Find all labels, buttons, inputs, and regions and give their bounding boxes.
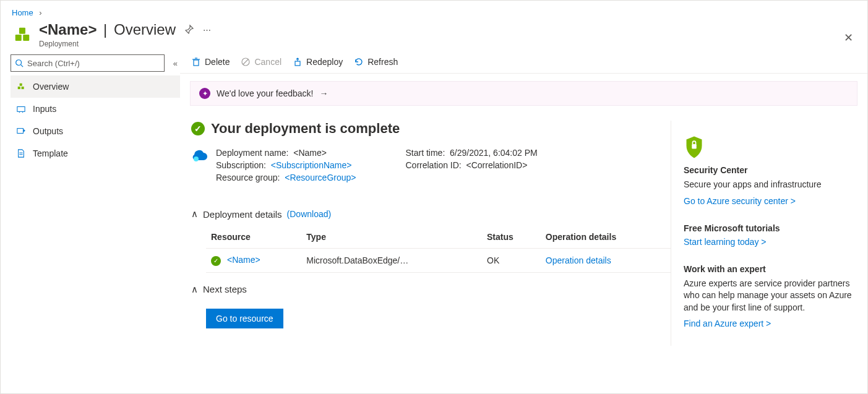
sidebar-item-outputs[interactable]: Outputs	[11, 120, 180, 142]
deployment-name-value: <Name>	[293, 148, 327, 158]
arrow-right-icon: →	[320, 88, 329, 98]
download-link[interactable]: (Download)	[287, 209, 332, 219]
svg-rect-7	[20, 84, 22, 86]
success-icon: ✓	[211, 256, 221, 266]
col-resource: Resource	[206, 226, 301, 249]
redeploy-button[interactable]: Redeploy	[293, 57, 343, 67]
expert-title: Work with an expert	[684, 264, 856, 274]
subscription-label: Subscription:	[216, 160, 266, 170]
breadcrumb: Home ›	[1, 1, 867, 21]
correlation-id-label: Correlation ID:	[405, 160, 461, 170]
resource-group-label: Resource group:	[216, 173, 280, 182]
type-value: Microsoft.DataBoxEdge/…	[301, 249, 482, 273]
svg-rect-0	[15, 35, 22, 41]
refresh-button[interactable]: Refresh	[354, 57, 398, 67]
resource-icon	[12, 24, 33, 45]
cloud-icon	[191, 149, 208, 197]
inputs-icon	[17, 105, 27, 113]
more-icon[interactable]: ⋯	[203, 25, 211, 35]
sidebar-item-inputs[interactable]: Inputs	[11, 98, 180, 120]
deployment-details-table: Resource Type Status Operation details ✓…	[206, 226, 671, 273]
delete-button[interactable]: Delete	[191, 57, 230, 67]
start-time-label: Start time:	[405, 148, 445, 158]
deployment-name-label: Deployment name:	[216, 148, 289, 158]
breadcrumb-home[interactable]: Home	[12, 8, 33, 17]
expert-text: Azure experts are service provider partn…	[684, 278, 856, 314]
page-header: <Name> | Overview ⋯ Deployment	[1, 21, 867, 51]
outputs-icon	[17, 127, 27, 135]
col-status: Status	[482, 226, 541, 249]
resource-group-link[interactable]: <ResourceGroup>	[285, 173, 356, 182]
expert-link[interactable]: Find an Azure expert >	[684, 319, 856, 328]
correlation-id-value: <CorrelationID>	[466, 160, 528, 170]
svg-point-3	[16, 60, 22, 66]
security-center-text: Secure your apps and infrastructure	[684, 179, 856, 191]
tutorials-title: Free Microsoft tutorials	[684, 223, 856, 233]
sidebar-item-label: Template	[33, 148, 68, 158]
security-center-link[interactable]: Go to Azure security center >	[684, 196, 856, 206]
sidebar-item-template[interactable]: Template	[11, 142, 180, 165]
deployment-details-header[interactable]: ∧ Deployment details (Download)	[191, 208, 671, 220]
chevron-right-icon: ›	[39, 8, 41, 17]
table-row: ✓<Name> Microsoft.DataBoxEdge/… OK Opera…	[206, 249, 671, 273]
start-time-value: 6/29/2021, 6:04:02 PM	[450, 148, 538, 158]
col-op: Operation details	[541, 226, 671, 249]
svg-rect-6	[22, 87, 24, 89]
svg-rect-19	[295, 61, 300, 66]
status-title: ✓ Your deployment is complete	[191, 121, 671, 137]
overview-icon	[17, 82, 27, 91]
next-steps-header[interactable]: ∧ Next steps	[191, 284, 671, 295]
svg-line-4	[21, 65, 24, 67]
svg-rect-11	[17, 129, 24, 134]
svg-line-18	[243, 59, 248, 64]
page-title: <Name> | Overview	[39, 21, 176, 38]
feedback-icon: ✦	[199, 88, 210, 99]
svg-rect-1	[23, 35, 29, 41]
collapse-sidebar-icon[interactable]: «	[171, 56, 180, 71]
svg-rect-5	[18, 87, 20, 89]
sidebar-item-label: Overview	[33, 82, 69, 92]
chevron-up-icon: ∧	[191, 284, 198, 295]
svg-rect-8	[17, 107, 25, 112]
svg-rect-2	[19, 28, 25, 34]
feedback-text: We'd love your feedback!	[217, 88, 314, 98]
pin-icon[interactable]	[184, 24, 194, 36]
search-input[interactable]: Search (Ctrl+/)	[11, 54, 165, 72]
feedback-bar[interactable]: ✦ We'd love your feedback! →	[190, 81, 857, 106]
template-icon	[17, 149, 27, 158]
close-icon[interactable]: ✕	[844, 31, 853, 45]
shield-icon	[684, 135, 705, 159]
page-subtitle: Deployment	[39, 40, 211, 48]
sidebar: Search (Ctrl+/) « Overview Inputs Output…	[1, 51, 180, 388]
right-panel: Security Center Secure your apps and inf…	[671, 121, 856, 346]
search-placeholder: Search (Ctrl+/)	[27, 59, 80, 68]
toolbar: Delete Cancel Redeploy Refresh	[180, 51, 867, 74]
sidebar-item-label: Outputs	[33, 126, 63, 136]
chevron-up-icon: ∧	[191, 208, 198, 220]
svg-point-20	[194, 156, 199, 161]
sidebar-item-overview[interactable]: Overview	[11, 75, 180, 98]
svg-rect-14	[194, 60, 199, 66]
sidebar-item-label: Inputs	[33, 104, 56, 114]
cancel-button: Cancel	[241, 57, 281, 67]
tutorials-link[interactable]: Start learning today >	[684, 237, 856, 247]
col-type: Type	[301, 226, 482, 249]
security-center-title: Security Center	[684, 165, 856, 175]
operation-details-link[interactable]: Operation details	[546, 255, 611, 265]
status-value: OK	[482, 249, 541, 273]
success-icon: ✓	[191, 122, 205, 135]
go-to-resource-button[interactable]: Go to resource	[206, 309, 283, 328]
subscription-link[interactable]: <SubscriptionName>	[271, 160, 352, 170]
resource-link[interactable]: <Name>	[227, 255, 260, 265]
svg-rect-21	[692, 144, 697, 149]
